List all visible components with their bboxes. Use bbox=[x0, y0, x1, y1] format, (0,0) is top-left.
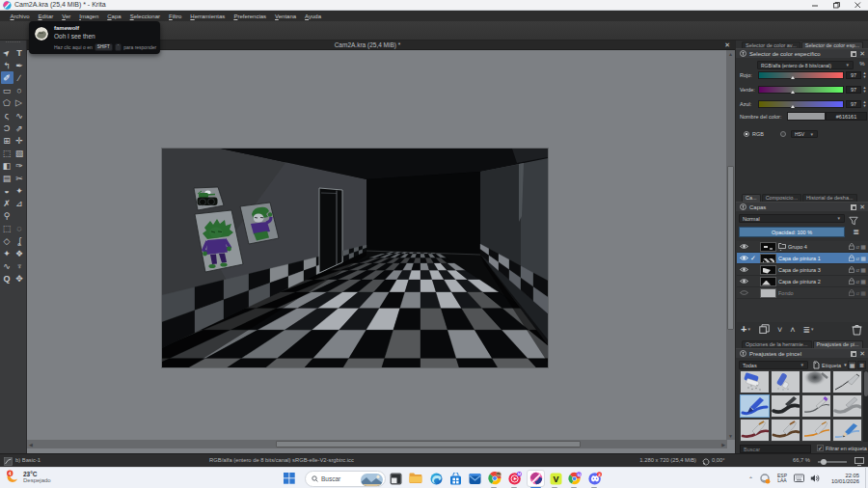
inherit-alpha-icon[interactable]: ▦ bbox=[860, 266, 866, 273]
tool-pattern-edit[interactable]: ◧ bbox=[1, 159, 14, 172]
minimize-button[interactable] bbox=[804, 0, 826, 11]
tool-select-freehand[interactable]: ʆ bbox=[14, 234, 26, 247]
tab-undo-history[interactable]: Historial de desha... bbox=[802, 194, 857, 202]
tool-text[interactable]: T bbox=[14, 46, 26, 59]
tool-transform[interactable]: ⊞ bbox=[1, 134, 14, 147]
brush-filter-combo[interactable]: Todas ▼ bbox=[739, 361, 808, 369]
app-screenshot-tool[interactable] bbox=[388, 471, 403, 486]
tray-touch-keyboard-icon[interactable] bbox=[794, 474, 804, 483]
visibility-icon[interactable] bbox=[740, 254, 748, 262]
color-name-swatch[interactable] bbox=[787, 112, 826, 121]
tool-bezier-curve[interactable]: ς bbox=[1, 109, 14, 122]
layer-row-capa3[interactable]: Capa de pintura 3 α ▦ bbox=[737, 264, 868, 276]
menu-archivo[interactable]: Archivo bbox=[6, 14, 34, 19]
tray-clock[interactable]: 22:05 10/01/2026 bbox=[831, 473, 859, 485]
layers-docker-titlebar[interactable]: Capas ✕ bbox=[736, 202, 868, 211]
grid-view-button[interactable]: ▦ bbox=[848, 361, 856, 369]
search-highlight-image[interactable] bbox=[361, 474, 383, 486]
tool-select-magnetic[interactable]: ♆ bbox=[14, 259, 26, 272]
tab-tool-options[interactable]: Opciones de la herramie... bbox=[742, 340, 812, 348]
visibility-icon[interactable] bbox=[740, 242, 748, 251]
canvas-vscrollbar[interactable]: ▲ ▼ bbox=[726, 50, 735, 440]
menu-herramientas[interactable]: Herramientas bbox=[186, 14, 230, 19]
tool-select-shapes[interactable]: ➤ bbox=[1, 46, 14, 59]
blue-spin-arrows[interactable]: ▲▼ bbox=[861, 100, 868, 108]
tool-dynamic-brush[interactable]: Ɔ bbox=[1, 122, 14, 134]
lock-icon[interactable] bbox=[849, 255, 854, 261]
inherit-alpha-icon[interactable]: ▦ bbox=[860, 255, 866, 261]
zoom-slider-thumb[interactable] bbox=[821, 459, 827, 465]
brush-eraser-block[interactable] bbox=[740, 370, 770, 393]
move-layer-up-button[interactable]: ˄ bbox=[790, 325, 795, 335]
add-layer-button[interactable]: +▼ bbox=[741, 323, 751, 336]
document-close-icon[interactable]: ✕ bbox=[724, 41, 730, 49]
brush-ink-pen[interactable] bbox=[832, 370, 862, 393]
tool-select-ellipse[interactable]: ◌ bbox=[14, 222, 26, 234]
vscroll-thumb[interactable] bbox=[727, 166, 734, 330]
percent-toggle[interactable]: % bbox=[857, 61, 867, 69]
scroll-left-icon[interactable]: ◀ bbox=[29, 442, 33, 447]
layer-row-capa2[interactable]: Capa de pintura 2 α ▦ bbox=[737, 276, 868, 287]
brush-paint-brown[interactable] bbox=[771, 419, 800, 442]
app-youtube-music[interactable]: M bbox=[507, 471, 523, 486]
blue-channel-slider[interactable] bbox=[758, 100, 844, 108]
canvas-hscrollbar[interactable]: ◀ ▶ bbox=[27, 440, 727, 448]
visibility-icon[interactable] bbox=[740, 265, 748, 274]
blue-channel-spinbox[interactable]: 97 bbox=[846, 100, 861, 108]
status-zoom-value[interactable]: 66,7 % bbox=[775, 457, 810, 463]
green-spin-arrows[interactable]: ▲▼ bbox=[861, 86, 868, 94]
scroll-right-icon[interactable]: ▶ bbox=[721, 442, 725, 447]
lock-icon[interactable] bbox=[849, 243, 854, 250]
menu-ayuda[interactable]: Ayuda bbox=[301, 14, 326, 19]
red-spin-arrows[interactable]: ▲▼ bbox=[861, 71, 868, 79]
tool-enclose-fill[interactable]: ✦ bbox=[14, 184, 26, 197]
tool-pan[interactable]: ✥ bbox=[14, 272, 26, 285]
layer-properties-button[interactable]: ≣▼ bbox=[802, 325, 814, 335]
duplicate-layer-button[interactable] bbox=[759, 324, 770, 335]
zoom-slider[interactable] bbox=[818, 461, 847, 463]
layer-row-capa1[interactable]: ✓ Capa de pintura 1 α ▦ bbox=[737, 253, 868, 264]
detail-view-button[interactable]: ≣ bbox=[857, 361, 866, 369]
brush-marker-soft[interactable] bbox=[832, 394, 862, 418]
app-krita-active[interactable] bbox=[527, 470, 545, 487]
close-docker-icon[interactable]: ✕ bbox=[859, 50, 865, 57]
hsx-radio[interactable] bbox=[780, 131, 786, 137]
alpha-lock-icon[interactable]: α bbox=[855, 290, 858, 296]
tool-select-similar[interactable]: ❖ bbox=[14, 247, 26, 259]
tool-select-polygon[interactable]: ◇ bbox=[1, 234, 14, 247]
menu-imagen[interactable]: Imagen bbox=[75, 14, 103, 19]
float-docker-icon[interactable] bbox=[851, 204, 856, 210]
brush-eraser-small[interactable] bbox=[771, 370, 800, 393]
green-channel-spinbox[interactable]: 97 bbox=[846, 86, 861, 94]
alpha-lock-icon[interactable]: α bbox=[855, 256, 858, 261]
tray-expand-icon[interactable]: ⌃ bbox=[748, 475, 753, 482]
app-discord[interactable]: 2 bbox=[587, 471, 603, 486]
canvas-artwork[interactable] bbox=[162, 149, 548, 367]
tool-fill[interactable]: ◒ bbox=[1, 184, 14, 197]
tool-edit-shapes[interactable]: ↰ bbox=[1, 59, 14, 71]
visibility-icon[interactable] bbox=[740, 288, 748, 297]
app-mail[interactable] bbox=[467, 471, 482, 486]
canvas-only-icon[interactable] bbox=[854, 457, 864, 466]
weather-widget[interactable]: 4 23°C Despejado bbox=[6, 470, 51, 484]
layer-row-fondo[interactable]: Fondo α ▦ bbox=[737, 287, 868, 299]
start-button[interactable] bbox=[282, 471, 297, 486]
alpha-lock-icon[interactable]: α bbox=[855, 279, 858, 285]
tray-volume-icon[interactable] bbox=[810, 474, 820, 483]
lock-icon[interactable] bbox=[849, 289, 854, 296]
tool-polygon[interactable]: ⬠ bbox=[1, 96, 14, 109]
brush-basic-selected[interactable] bbox=[740, 394, 770, 418]
tab-layers[interactable]: Ca... bbox=[742, 194, 761, 202]
brush-fineliner[interactable] bbox=[801, 394, 831, 418]
delete-layer-button[interactable] bbox=[852, 324, 862, 336]
tool-smart-patch[interactable]: ▤ bbox=[1, 172, 14, 184]
move-layer-down-button[interactable]: ˅ bbox=[777, 325, 782, 335]
menu-ventana[interactable]: Ventana bbox=[271, 14, 301, 19]
brush-marker-bold[interactable] bbox=[771, 394, 800, 418]
color-name-field[interactable]: #616161 bbox=[826, 112, 867, 121]
close-button[interactable] bbox=[847, 0, 868, 11]
tool-calligraphy[interactable]: ✒ bbox=[14, 59, 26, 71]
layer-options-icon[interactable]: ≣ bbox=[850, 228, 862, 237]
rgb-radio[interactable] bbox=[744, 131, 749, 137]
alpha-lock-icon[interactable]: α bbox=[855, 267, 858, 273]
